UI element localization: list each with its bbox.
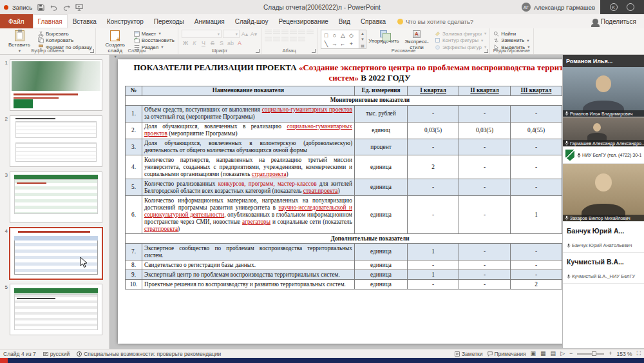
copy-button[interactable]: Копировать [38, 38, 92, 44]
triangle-shape-icon[interactable]: △ [339, 31, 347, 39]
conference-settings-icon[interactable] [627, 3, 634, 11]
participant-tile[interactable]: Гармашев Александр Александро... [563, 117, 644, 147]
zoom-level[interactable]: 153 % [617, 351, 632, 357]
drawing-dialog-launcher[interactable] [484, 49, 488, 53]
indicator-name-segment: за отчетный год (мероприятие Программы) [144, 113, 255, 120]
text-direction-icon[interactable] [307, 30, 314, 35]
line-spacing-icon[interactable] [298, 30, 305, 35]
ribbon-tab[interactable]: Вид [334, 14, 355, 28]
ribbon-tab[interactable]: Конструктор [102, 14, 149, 28]
ribbon-tab[interactable]: Вставка [68, 14, 102, 28]
underline-button[interactable]: Ч [200, 39, 207, 47]
slide-thumbnail[interactable] [10, 115, 102, 167]
slide-counter[interactable]: Слайд 4 из 7 [3, 351, 36, 357]
clipboard-dialog-launcher[interactable] [90, 49, 94, 53]
participant-tile[interactable]: Захаров Виктор Михайлович [563, 164, 644, 222]
zoom-in-button[interactable]: + [609, 351, 612, 357]
align-left-icon[interactable] [265, 37, 272, 43]
participant-tile[interactable]: Банчук Юрий А...Банчук Юрий Анатольевич [563, 222, 644, 253]
zoom-out-button[interactable]: − [569, 351, 573, 357]
shape-outline-button[interactable]: Контур фигуры▾ [435, 38, 486, 44]
find-button[interactable]: Найти [493, 31, 529, 37]
participant-label: Романов Илья Владимирович [563, 110, 644, 117]
align-right-icon[interactable] [281, 37, 289, 43]
justify-icon[interactable] [290, 37, 297, 43]
cut-button[interactable]: Вырезать [38, 31, 92, 37]
ribbon-tab[interactable]: Рецензирование [274, 14, 334, 28]
align-center-icon[interactable] [273, 37, 280, 43]
layout-button[interactable]: Макет▾ [134, 31, 175, 37]
save-icon[interactable] [36, 3, 45, 12]
font-color-button[interactable]: А [236, 39, 243, 47]
fit-slide-button[interactable]: ⛶ [637, 351, 641, 357]
decrease-font-button[interactable]: А▾ [250, 30, 258, 38]
notes-button[interactable]: Заметки [455, 351, 483, 357]
slideshow-view-button[interactable]: ▷ [560, 351, 565, 357]
normal-view-button[interactable]: ▣ [531, 351, 536, 357]
gallery-scroll[interactable]: ▲▼▤ [359, 30, 366, 48]
reset-button[interactable]: Восстановить [134, 38, 175, 44]
participant-tile[interactable]: Романов Илья Владимирович [563, 67, 644, 117]
shapes-gallery[interactable]: □ ○ △ ◇ ╲ → ⌐ + ▲▼▤ [321, 30, 366, 49]
arrange-button[interactable]: Упорядочить [369, 30, 399, 44]
reading-view-button[interactable]: ▤ [551, 351, 556, 357]
tab-file[interactable]: Файл [0, 14, 33, 28]
current-slide[interactable]: ПОКАЗАТЕЛИ РЕАЛИЗАЦИИ ПРОЕКТА «Создание … [118, 59, 621, 344]
table-header-row: №Наименование показателяЕд. измеренияI к… [126, 86, 615, 95]
text-shadow-button[interactable]: S [218, 39, 225, 47]
undo-icon[interactable] [49, 3, 58, 12]
ribbon-tab[interactable]: Переходы [149, 14, 189, 28]
increase-indent-icon[interactable] [290, 30, 297, 35]
shape-fill-button[interactable]: Заливка фигуры▾ [435, 31, 486, 37]
lshape-icon[interactable]: ⌐ [339, 39, 347, 48]
font-size-select[interactable]: ▾ [223, 30, 240, 38]
user-avatar[interactable]: АГ [522, 3, 531, 12]
redo-icon[interactable] [62, 3, 71, 12]
ellipse-shape-icon[interactable]: ○ [330, 31, 339, 39]
plus-shape-icon[interactable]: + [347, 39, 355, 48]
numbering-icon[interactable] [273, 30, 280, 35]
new-slide-button[interactable]: Создать слайд ▾ [99, 30, 131, 59]
bullets-icon[interactable] [265, 30, 272, 35]
zoom-slider[interactable] [577, 353, 604, 355]
unit-cell: тыс. рублей [355, 105, 408, 122]
decrease-indent-icon[interactable] [281, 30, 289, 35]
diamond-shape-icon[interactable]: ◇ [347, 31, 355, 39]
participant-tiles: Романов Илья ВладимировичГармашев Алекса… [563, 67, 644, 284]
ribbon-tab[interactable]: Справка [355, 14, 391, 28]
start-slideshow-icon[interactable] [75, 3, 84, 12]
slide-thumbnail[interactable] [10, 284, 102, 335]
ribbon-tab[interactable]: Слайд-шоу [230, 14, 274, 28]
language-indicator[interactable]: русский [43, 351, 70, 357]
font-dialog-launcher[interactable] [256, 49, 260, 53]
zoom-slider-knob[interactable] [592, 351, 596, 356]
columns-icon[interactable] [298, 37, 305, 43]
highlight-color-button[interactable]: ab [227, 39, 234, 47]
paragraph-dialog-launcher[interactable] [312, 49, 316, 53]
participant-tile[interactable]: НИУ БелГУ (тел. (4722) 30-13-18) [563, 147, 644, 164]
indicator-name: Доля обучающихся, вовлеченных в реализац… [142, 122, 355, 139]
strikethrough-button[interactable]: S [209, 39, 216, 47]
slide-thumbnail[interactable] [10, 172, 102, 223]
increase-font-button[interactable]: А▴ [241, 30, 249, 38]
italic-button[interactable]: К [191, 39, 198, 47]
arrow-shape-icon[interactable]: → [330, 39, 339, 48]
unit-cell: единица [355, 280, 408, 289]
slide-thumbnail[interactable] [10, 228, 102, 279]
slide-thumbnail[interactable] [10, 59, 102, 111]
comments-button[interactable]: Примечания [488, 351, 526, 357]
participant-tile[interactable]: Кучмистый В.А...Кучмистый В.А._НИУ БелГУ [563, 253, 644, 284]
replace-button[interactable]: Заменить▾ [493, 38, 529, 44]
ribbon-tab[interactable]: Главная [33, 14, 68, 28]
share-button[interactable]: Поделиться [585, 14, 644, 28]
slide-sorter-view-button[interactable]: ▦ [540, 351, 546, 357]
bold-button[interactable]: Ж [182, 39, 189, 47]
tell-me-search[interactable]: Что вы хотите сделать? [391, 14, 480, 28]
taskbar-app-icon[interactable] [0, 358, 8, 363]
rectangle-shape-icon[interactable]: □ [322, 31, 330, 39]
font-name-select[interactable]: ▾ [182, 30, 222, 38]
new-slide-dropdown-arrow[interactable]: ▾ [115, 54, 117, 59]
line-shape-icon[interactable]: ╲ [322, 39, 330, 48]
accessibility-status[interactable]: Специальные возможности: проверьте реком… [77, 351, 221, 357]
ribbon-tab[interactable]: Анимация [189, 14, 230, 28]
